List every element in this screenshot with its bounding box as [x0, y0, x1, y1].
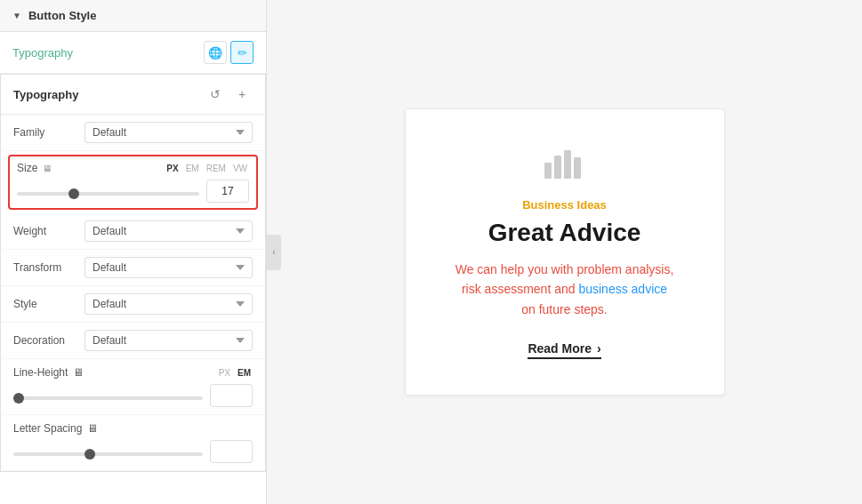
svg-rect-2 [564, 150, 571, 179]
typography-panel-header: Typography ↺ + [1, 75, 265, 115]
right-area: ‹ Business Ideas Great Advice We can hel… [267, 0, 862, 504]
line-height-input[interactable] [210, 384, 253, 407]
size-units: PX EM REM VW [165, 163, 249, 174]
style-row: Style Default [1, 286, 265, 323]
weight-control: Default [85, 220, 253, 242]
svg-rect-1 [554, 156, 561, 179]
letter-spacing-label: Letter Spacing [13, 422, 82, 435]
transform-control: Default [85, 257, 253, 278]
letter-spacing-slider[interactable] [13, 452, 203, 456]
reset-button[interactable]: ↺ [205, 84, 226, 105]
svg-rect-0 [544, 163, 552, 179]
add-button[interactable]: + [231, 84, 253, 105]
typography-icon-group: 🌐 ✏ [204, 41, 254, 64]
chart-icon [432, 145, 697, 184]
unit-rem[interactable]: REM [205, 163, 228, 174]
ls-slider-row [13, 440, 253, 463]
globe-icon-button[interactable]: 🌐 [204, 41, 227, 64]
size-label: Size [17, 162, 37, 174]
weight-row: Weight Default [1, 213, 265, 250]
ls-slider-container [13, 444, 203, 460]
line-height-label: Line-Height [13, 366, 68, 379]
size-label-group: Size 🖥 [17, 162, 52, 174]
size-slider[interactable] [17, 192, 199, 196]
pencil-icon-button[interactable]: ✏ [230, 41, 254, 64]
family-select[interactable]: Default [85, 122, 253, 143]
read-more-chevron: › [597, 341, 601, 356]
style-label: Style [13, 298, 85, 310]
line-height-top: Line-Height 🖥 PX EM [13, 366, 253, 379]
style-control: Default [85, 293, 253, 315]
size-input[interactable]: 17 [206, 180, 249, 203]
lh-unit-px[interactable]: PX [217, 367, 232, 379]
card-description: We can help you with problem analysis,ri… [432, 260, 697, 319]
size-slider-row: 17 [17, 180, 249, 203]
line-height-slider[interactable] [13, 396, 203, 400]
button-style-header: ▼ Button Style [0, 0, 266, 32]
lh-slider-row [13, 384, 253, 407]
decoration-label: Decoration [13, 334, 85, 347]
style-select[interactable]: Default [85, 293, 253, 315]
button-style-title: Button Style [28, 9, 97, 22]
unit-vw[interactable]: VW [231, 163, 249, 174]
letter-spacing-row: Letter Spacing 🖥 [1, 415, 265, 471]
read-more-button[interactable]: Read More › [528, 341, 600, 359]
typography-panel-actions: ↺ + [205, 84, 253, 105]
weight-select[interactable]: Default [85, 220, 253, 242]
unit-px[interactable]: PX [165, 163, 180, 174]
transform-row: Transform Default [1, 250, 265, 286]
decoration-control: Default [85, 330, 253, 351]
collapse-handle[interactable]: ‹ [267, 235, 281, 270]
chevron-down-icon: ▼ [12, 11, 21, 20]
typography-panel: Typography ↺ + Family Default Size 🖥 [0, 74, 266, 472]
size-row-top: Size 🖥 PX EM REM VW [17, 162, 249, 174]
lh-label-group: Line-Height 🖥 [13, 366, 84, 379]
card-description-blue: business advice [578, 282, 667, 296]
decoration-row: Decoration Default [1, 323, 265, 359]
lh-unit-em[interactable]: EM [236, 367, 253, 379]
transform-label: Transform [13, 261, 85, 274]
read-more-label: Read More [528, 341, 592, 356]
family-row: Family Default [1, 115, 265, 151]
transform-select[interactable]: Default [85, 257, 253, 278]
typography-label: Typography [12, 46, 73, 60]
ls-label: Letter Spacing 🖥 [13, 422, 253, 435]
unit-em[interactable]: EM [184, 163, 201, 174]
left-panel: ▼ Button Style Typography 🌐 ✏ ← Typograp… [0, 0, 267, 504]
weight-label: Weight [13, 225, 85, 237]
family-label: Family [13, 126, 85, 139]
decoration-select[interactable]: Default [85, 330, 253, 351]
typography-row: Typography 🌐 ✏ ← [0, 32, 266, 74]
line-height-row: Line-Height 🖥 PX EM [1, 359, 265, 415]
content-card: Business Ideas Great Advice We can help … [405, 108, 725, 396]
monitor-icon: 🖥 [43, 164, 52, 173]
card-description-text: We can help you with problem analysis,ri… [455, 262, 674, 316]
size-slider-container [17, 183, 199, 199]
lh-slider-container [13, 388, 203, 404]
letter-spacing-input[interactable] [210, 440, 253, 463]
card-title: Great Advice [432, 219, 697, 247]
monitor-icon-lh: 🖥 [73, 366, 84, 379]
family-control: Default [85, 122, 253, 143]
svg-rect-3 [574, 157, 581, 179]
typography-panel-title: Typography [13, 88, 78, 101]
monitor-icon-ls: 🖥 [87, 422, 98, 435]
card-subtitle: Business Ideas [432, 198, 697, 212]
size-row: Size 🖥 PX EM REM VW 17 [8, 155, 258, 210]
lh-units: PX EM [217, 367, 253, 379]
